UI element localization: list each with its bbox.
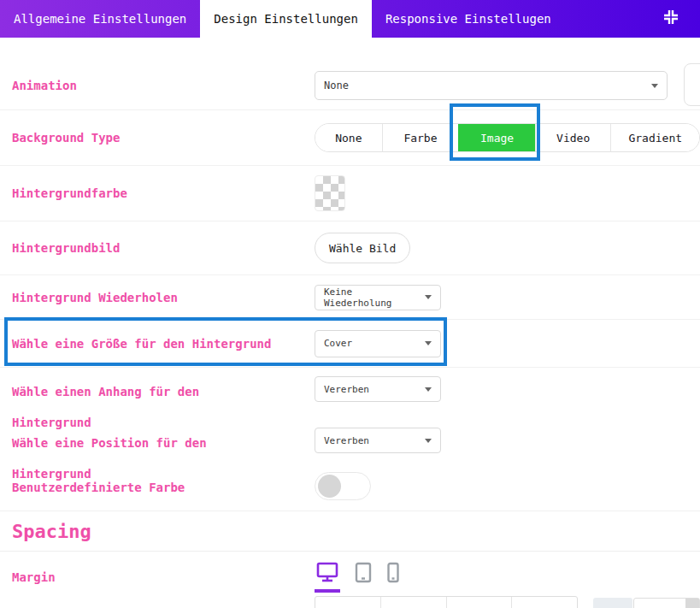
chevron-down-icon bbox=[425, 439, 432, 443]
background-type-button-group: None Farbe Image Video Gradient bbox=[315, 123, 700, 152]
background-type-option-gradient[interactable]: Gradient bbox=[610, 124, 699, 151]
custom-color-toggle[interactable] bbox=[315, 472, 371, 500]
background-attachment-select-value: Vererben bbox=[324, 384, 369, 395]
device-tablet-button[interactable] bbox=[354, 562, 373, 587]
background-size-select[interactable]: Cover bbox=[315, 330, 441, 357]
animation-extra-control[interactable] bbox=[684, 63, 700, 106]
tabbar-spacer bbox=[565, 0, 652, 38]
tab-responsive-einstellungen[interactable]: Responsive Einstellugen bbox=[372, 0, 565, 38]
margin-right-input[interactable] bbox=[380, 597, 446, 608]
chevron-down-icon bbox=[425, 295, 432, 299]
margin-bottom-input[interactable] bbox=[446, 597, 512, 608]
row-background-color: Hintergrundfarbe bbox=[0, 166, 700, 221]
toggle-knob bbox=[318, 475, 341, 498]
row-background-attachment: Wähle einen Anhang für den Hintergrund V… bbox=[0, 368, 700, 416]
tablet-icon bbox=[354, 562, 373, 587]
row-background-repeat: Hintergrund Wiederholen Keine Wiederholu… bbox=[0, 275, 700, 320]
row-background-size: Wähle eine Größe für den Hintergrund Cov… bbox=[0, 320, 700, 368]
row-background-image: Hintergrundbild Wähle Bild bbox=[0, 221, 700, 275]
background-type-option-video[interactable]: Video bbox=[535, 124, 611, 151]
device-mobile-button[interactable] bbox=[386, 562, 400, 587]
settings-tabbar: Allgemeine Einstellungen Design Einstell… bbox=[0, 0, 700, 38]
chevron-down-icon bbox=[651, 84, 658, 88]
margin-unit-selector[interactable] bbox=[685, 599, 699, 608]
responsive-device-switcher bbox=[315, 562, 400, 593]
tab-design-einstellungen[interactable]: Design Einstellungen bbox=[200, 0, 372, 38]
background-repeat-select-value: Keine Wiederholung bbox=[324, 286, 425, 309]
row-background-type: Background Type None Farbe Image Video G… bbox=[0, 110, 700, 166]
spacing-section-heading: Spacing bbox=[0, 511, 700, 552]
margin-dimension-inputs bbox=[315, 596, 578, 608]
background-repeat-label: Hintergrund Wiederholen bbox=[12, 291, 315, 304]
choose-image-button[interactable]: Wähle Bild bbox=[315, 233, 410, 263]
background-size-select-value: Cover bbox=[324, 338, 352, 349]
background-color-label: Hintergrundfarbe bbox=[12, 186, 315, 200]
device-desktop-button[interactable] bbox=[315, 562, 340, 593]
background-position-select-value: Vererben bbox=[324, 435, 369, 446]
animation-label: Animation bbox=[12, 79, 315, 92]
background-image-label: Hintergrundbild bbox=[12, 241, 315, 255]
custom-color-label: Benutzerdefinierte Farbe bbox=[12, 472, 315, 503]
chevron-down-icon bbox=[425, 387, 432, 392]
chevron-down-icon bbox=[425, 341, 432, 345]
margin-label: Margin bbox=[12, 570, 315, 584]
background-attachment-select[interactable]: Vererben bbox=[315, 376, 441, 402]
background-repeat-select[interactable]: Keine Wiederholung bbox=[315, 285, 441, 310]
background-type-option-none[interactable]: None bbox=[315, 124, 382, 151]
background-type-option-image[interactable]: Image bbox=[458, 124, 535, 151]
margin-link-button[interactable] bbox=[593, 598, 632, 608]
background-size-label: Wähle eine Größe für den Hintergrund bbox=[12, 337, 315, 351]
tab-allgemeine-einstellungen[interactable]: Allgemeine Einstellungen bbox=[0, 0, 200, 38]
background-type-option-farbe[interactable]: Farbe bbox=[382, 124, 459, 151]
animation-select-value: None bbox=[324, 80, 349, 91]
settings-panel: Animation None Background Type None Farb… bbox=[0, 38, 700, 608]
margin-top-input[interactable] bbox=[315, 597, 380, 608]
mobile-icon bbox=[386, 562, 400, 587]
background-position-select[interactable]: Vererben bbox=[315, 428, 441, 453]
margin-left-input[interactable] bbox=[511, 597, 577, 608]
animation-select[interactable]: None bbox=[315, 71, 668, 100]
compress-icon bbox=[662, 9, 679, 29]
content-top-gap bbox=[0, 38, 700, 62]
active-device-indicator bbox=[315, 589, 340, 593]
row-animation: Animation None bbox=[0, 62, 700, 110]
desktop-icon bbox=[315, 562, 339, 587]
margin-unit-input[interactable] bbox=[633, 598, 700, 608]
compress-button[interactable] bbox=[652, 0, 690, 38]
background-type-label: Background Type bbox=[12, 131, 315, 145]
color-picker-swatch[interactable] bbox=[315, 175, 345, 211]
